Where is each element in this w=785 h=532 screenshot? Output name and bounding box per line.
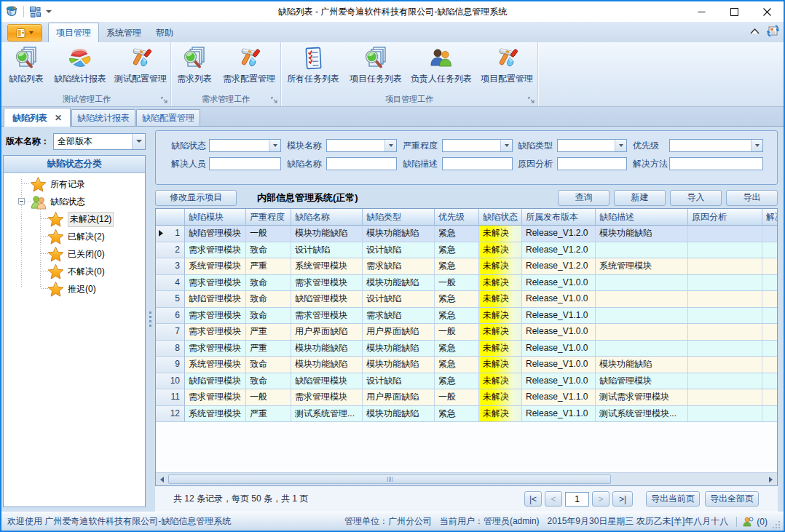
grid-cell[interactable]: Release_V1.2.0 [522,242,596,259]
grid-row[interactable]: 2需求管理模块致命设计缺陷设计缺陷紧急未解决Release_V1.2.0 [156,242,777,259]
page-number-input[interactable]: 1 [565,492,589,507]
toolbar-button[interactable]: 新建 [614,190,666,206]
row-header-cell[interactable]: 6 [156,308,185,325]
combo-dropdown-icon[interactable] [269,140,280,151]
filter-combo[interactable] [326,139,397,152]
grid-cell[interactable] [688,291,762,308]
filter-input[interactable] [557,157,627,170]
tree-node[interactable]: 已解决(2) [4,228,145,245]
grid-cell[interactable]: 需求管理模块 [291,275,363,292]
grid-cell[interactable] [688,373,762,390]
grid-cell[interactable]: 模块功能缺陷 [363,226,435,242]
row-header-cell[interactable]: 12 [156,406,185,423]
grid-cell[interactable]: 一般 [435,275,479,292]
ribbon-button[interactable]: 项目任务列表 [345,44,406,92]
grid-cell[interactable]: 未解决 [479,389,522,406]
grid-row[interactable]: 7需求管理模块严重用户界面缺陷用户界面缺陷一般未解决Release_V1.0.0 [156,324,777,341]
grid-cell[interactable]: 紧急 [435,226,479,242]
grid-column-header[interactable]: 优先级 [435,209,479,226]
grid-cell[interactable] [688,406,762,423]
grid-cell[interactable]: 未解决 [479,373,522,390]
grid-cell[interactable]: 需求管理模块 [185,324,246,341]
tree-node-label[interactable]: 已关闭(0) [68,248,105,261]
version-select-dropdown-icon[interactable] [132,134,145,149]
splitter-handle[interactable] [146,127,155,512]
grid-cell[interactable]: 致命 [246,373,291,390]
grid-cell[interactable]: 模块功能缺陷 [596,357,688,373]
grid-column-header[interactable]: 解决方法 [762,209,777,226]
grid-cell[interactable]: Release_V1.0.0 [522,291,596,308]
grid-row[interactable]: 12系统管理模块严重测试系统管理...模块功能缺陷紧急未解决Release_V1… [156,406,777,423]
grid-cell[interactable] [688,226,762,242]
grid-cell[interactable]: 需求管理模块 [185,275,246,292]
grid-cell[interactable] [762,275,777,292]
toolbar-button[interactable]: 查询 [558,190,610,206]
grid-cell[interactable]: 需求管理模块 [185,308,246,325]
row-header-cell[interactable]: 1 [156,226,185,242]
grid-cell[interactable]: 紧急 [435,258,479,275]
grid-cell[interactable]: 测试需求管理模块 [596,389,688,406]
grid-cell[interactable]: Release_V1.1.0 [522,308,596,325]
grid-cell[interactable]: Release_V1.2.0 [522,258,596,275]
grid-cell[interactable]: 紧急 [435,242,479,259]
toolbar-button[interactable]: 导出 [726,190,778,206]
ribbon-button[interactable]: 测试配置管理 [111,44,170,92]
grid-cell[interactable]: 系统管理模块 [596,258,688,275]
grid-cell[interactable]: 致命 [246,275,291,292]
toolbar-button[interactable]: 导入 [670,190,722,206]
row-header-cell[interactable]: 4 [156,275,185,292]
grid-cell[interactable]: Release_V1.0.0 [522,341,596,357]
row-header-cell[interactable]: 5 [156,291,185,308]
grid-cell[interactable] [596,341,688,357]
grid-cell[interactable]: 缺陷管理模块 [185,373,246,390]
grid-cell[interactable]: 一般 [246,389,291,406]
grid-cell[interactable]: 未解决 [479,242,522,259]
tree-collapse-icon[interactable] [18,198,25,205]
grid-cell[interactable]: 设计缺陷 [363,242,435,259]
grid-cell[interactable]: 需求管理模块 [185,389,246,406]
ribbon-button[interactable]: 需求列表 [171,44,218,92]
grid-cell[interactable]: 设计缺陷 [291,242,363,259]
scroll-left-icon[interactable] [156,473,168,485]
document-tab[interactable]: 缺陷配置管理 [136,109,200,126]
grid-cell[interactable] [688,275,762,292]
grid-cell[interactable]: 一般 [435,389,479,406]
row-header-cell[interactable]: 8 [156,341,185,357]
grid-cell[interactable]: 未解决 [479,308,522,325]
ribbon-button[interactable]: 缺陷列表 [3,44,50,92]
resize-grip-icon[interactable] [772,520,781,529]
row-header-cell[interactable]: 2 [156,242,185,259]
grid-cell[interactable]: 紧急 [435,308,479,325]
grid-row[interactable]: 1缺陷管理模块一般模块功能缺陷模块功能缺陷紧急未解决Release_V1.2.0… [156,226,777,242]
collapse-ribbon-icon[interactable] [750,28,760,34]
grid-cell[interactable]: 用户界面缺陷 [363,389,435,406]
ribbon-button[interactable]: 负责人任务列表 [406,44,476,92]
ribbon-button[interactable]: 所有任务列表 [281,44,345,92]
grid-cell[interactable] [762,406,777,423]
document-tab[interactable]: 缺陷列表✕ [4,108,71,127]
grid-cell[interactable]: 致命 [246,291,291,308]
grid-cell[interactable]: 紧急 [435,373,479,390]
ribbon-tab-system[interactable]: 系统管理 [99,23,149,42]
tree-node-label[interactable]: 已解决(2) [68,231,105,243]
filter-input[interactable] [442,157,513,170]
modify-columns-button[interactable]: 修改显示项目 [155,190,237,206]
grid-column-header[interactable]: 所属发布版本 [522,209,596,226]
grid-cell[interactable]: 紧急 [435,357,479,373]
grid-cell[interactable]: 严重 [246,341,291,357]
document-tab[interactable]: 缺陷统计报表 [71,109,135,126]
grid-cell[interactable] [596,291,688,308]
next-page-button[interactable]: > [592,491,610,507]
grid-cell[interactable]: Release_V1.1.0 [522,389,596,406]
grid-cell[interactable] [688,341,762,357]
grid-row[interactable]: 10缺陷管理模块致命缺陷管理模块设计缺陷紧急未解决Release_V1.0.0缺… [156,373,777,390]
prev-page-button[interactable]: < [545,491,562,507]
export-all-pages-button[interactable]: 导出全部页 [705,491,759,507]
grid-cell[interactable]: 紧急 [435,341,479,357]
version-select[interactable]: 全部版本 [53,133,146,150]
grid-cell[interactable]: 致命 [246,357,291,373]
grid-cell[interactable]: 缺陷管理模块 [596,373,688,390]
grid-cell[interactable] [762,324,777,341]
grid-cell[interactable]: 未解决 [479,226,522,242]
grid-cell[interactable]: 需求管理模块 [185,242,246,259]
